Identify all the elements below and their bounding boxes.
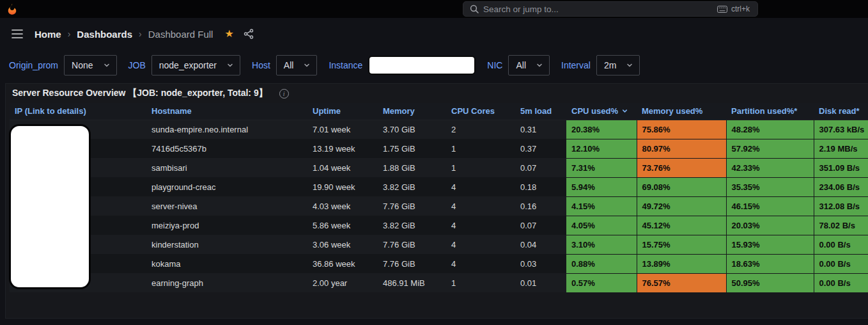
uptime-cell: 4.03 week: [307, 196, 378, 216]
hostname-cell: sambisari: [146, 158, 307, 177]
column-header-7[interactable]: Memory used%: [637, 103, 726, 120]
column-header-2[interactable]: Uptime: [307, 103, 378, 120]
disk-read-cell: 351.09 B/s: [814, 158, 868, 177]
table-row: server-nivea4.03 week7.76 GiB40.164.15%4…: [10, 196, 868, 216]
filter-value-text: All: [516, 60, 526, 70]
cpu-cores-cell: 4: [446, 177, 515, 196]
column-header-0[interactable]: IP (Link to details): [10, 103, 146, 120]
sort-desc-icon: [621, 107, 628, 115]
column-header-5[interactable]: 5m load: [515, 103, 566, 120]
partition-used-cell: 42.33%: [726, 158, 814, 177]
shortcut-text: ctrl+k: [731, 4, 750, 13]
info-icon[interactable]: i: [279, 89, 289, 99]
partition-used-cell: 50.95%: [726, 273, 814, 292]
hostname-cell: kokama: [146, 254, 307, 273]
grafana-logo[interactable]: [6, 3, 19, 15]
breadcrumb-bar: Home › Dashboards › Dashboard Full ★: [0, 18, 868, 50]
hostname-cell: server-nivea: [146, 196, 307, 216]
column-header-3[interactable]: Memory: [378, 103, 446, 120]
hostname-cell: 7416d5c5367b: [146, 139, 307, 158]
chevron-down-icon: [536, 61, 543, 69]
partition-used-cell: 57.92%: [726, 139, 814, 158]
search-placeholder: Search or jump to...: [483, 4, 559, 14]
hostname-cell: sunda-empire.neo.internal: [146, 120, 307, 139]
filter-value-text: 2m: [604, 60, 616, 70]
memory-used-cell: 76.57%: [637, 273, 726, 292]
disk-read-cell: 0.00 B/s: [814, 254, 868, 273]
breadcrumb-separator-icon: ›: [68, 29, 71, 39]
redaction-overlay-ip-column: [9, 124, 91, 289]
panel-header: Server Resource Overview 【JOB: node_expo…: [6, 84, 868, 103]
table-row: kinderstation3.06 week7.76 GiB40.043.10%…: [10, 235, 868, 254]
favorite-star-icon[interactable]: ★: [224, 29, 233, 39]
table-row: 7416d5c5367b13.19 week1.75 GiB10.3712.10…: [10, 139, 868, 158]
grafana-flame-icon: [6, 3, 19, 15]
memory-used-cell: 73.76%: [637, 158, 726, 177]
filter-dropdown[interactable]: All: [276, 55, 318, 75]
breadcrumb-separator-icon: ›: [139, 29, 142, 39]
search-input[interactable]: Search or jump to... ctrl+k: [463, 1, 758, 17]
column-header-label: Hostname: [151, 106, 192, 116]
memory-cell: 486.91 MiB: [378, 273, 446, 292]
filter-dropdown[interactable]: All: [508, 55, 550, 75]
memory-used-cell: 69.08%: [637, 177, 726, 196]
uptime-cell: 7.01 week: [307, 120, 378, 139]
table-row: earning-graph2.00 year486.91 MiB10.010.5…: [10, 273, 868, 292]
column-header-label: Memory: [383, 106, 415, 116]
keyboard-icon: [717, 6, 727, 13]
table-header-row: IP (Link to details)HostnameUptimeMemory…: [10, 103, 868, 120]
memory-used-cell: 75.86%: [637, 120, 726, 139]
column-header-8[interactable]: Partition used%*: [726, 103, 814, 120]
table-body: sunda-empire.neo.internal7.01 week3.70 G…: [10, 120, 868, 292]
partition-used-cell: 35.35%: [726, 177, 814, 196]
column-header-9[interactable]: Disk read*: [814, 103, 868, 120]
top-bar: Search or jump to... ctrl+k: [0, 0, 868, 18]
column-header-label: CPU Cores: [451, 106, 495, 116]
cpu-used-cell: 4.05%: [566, 216, 637, 235]
filter-label: Instance: [329, 60, 362, 70]
column-header-label: IP (Link to details): [15, 106, 86, 116]
filter-value-redacted[interactable]: [368, 56, 476, 75]
table-row: meiziya-prod5.86 week3.82 GiB40.074.05%4…: [10, 216, 868, 235]
column-header-4[interactable]: CPU Cores: [446, 103, 515, 120]
filter-interval: Interval2m: [561, 55, 640, 75]
table-row: sambisari1.04 week1.88 GiB10.077.31%73.7…: [10, 158, 868, 177]
filter-host: HostAll: [252, 55, 317, 75]
cpu-used-cell: 20.38%: [566, 120, 637, 139]
cpu-cores-cell: 1: [446, 158, 515, 177]
filter-nic: NICAll: [487, 55, 550, 75]
filter-value-text: All: [284, 60, 294, 70]
memory-used-cell: 45.12%: [637, 216, 726, 235]
cpu-used-cell: 12.10%: [566, 139, 637, 158]
memory-cell: 7.76 GiB: [378, 254, 446, 273]
load-5m-cell: 0.03: [515, 254, 566, 273]
filter-origin_prom: Origin_promNone: [9, 55, 117, 75]
filter-label: Origin_prom: [9, 60, 58, 70]
filter-job: JOBnode_exporter: [128, 55, 241, 75]
memory-cell: 3.82 GiB: [378, 216, 446, 235]
chevron-down-icon: [226, 61, 234, 69]
breadcrumb-current: Dashboard Full: [148, 29, 213, 40]
breadcrumb: Home › Dashboards › Dashboard Full: [35, 29, 213, 40]
load-5m-cell: 0.16: [515, 196, 566, 216]
filter-label: JOB: [128, 60, 146, 70]
breadcrumb-home[interactable]: Home: [35, 29, 61, 40]
memory-cell: 1.88 GiB: [378, 158, 446, 177]
menu-icon[interactable]: [12, 29, 23, 38]
share-icon[interactable]: [244, 29, 254, 39]
memory-cell: 1.75 GiB: [378, 139, 446, 158]
cpu-cores-cell: 1: [446, 139, 515, 158]
column-header-1[interactable]: Hostname: [146, 103, 307, 120]
filter-dropdown[interactable]: None: [64, 55, 116, 75]
load-5m-cell: 0.01: [515, 273, 566, 292]
breadcrumb-dashboards[interactable]: Dashboards: [77, 29, 132, 40]
load-5m-cell: 0.07: [515, 158, 566, 177]
column-header-label: Uptime: [313, 106, 341, 116]
column-header-6[interactable]: CPU used%: [566, 103, 637, 120]
filter-dropdown[interactable]: 2m: [596, 55, 640, 75]
disk-read-cell: 0.00 B/s: [814, 273, 868, 292]
disk-read-cell: 234.06 B/s: [814, 177, 868, 196]
table-row: playground-creac19.90 week3.82 GiB40.185…: [10, 177, 868, 196]
uptime-cell: 19.90 week: [307, 177, 378, 196]
filter-dropdown[interactable]: node_exporter: [151, 55, 240, 75]
